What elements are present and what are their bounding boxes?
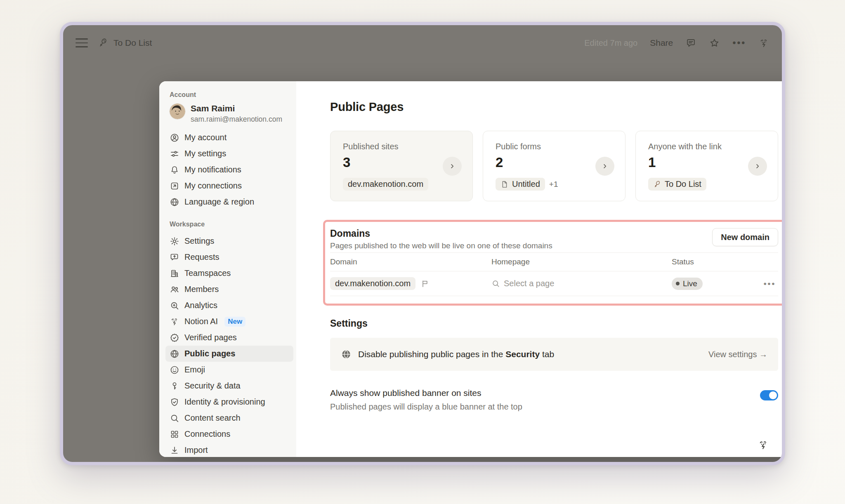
sidebar-item-requests[interactable]: Requests [165,249,293,265]
gear-icon [170,236,179,246]
globe-icon [170,197,179,207]
sidebar-item-identity-provisioning[interactable]: Identity & provisioning [165,394,293,410]
sidebar-item-emoji[interactable]: Emoji [165,362,293,378]
bell-icon [170,165,179,175]
security-info-banner: Disable publishing public pages in the S… [330,338,778,371]
chevron-right-icon[interactable] [748,157,767,176]
domains-section-highlighted: Domains Pages published to the web will … [323,220,785,306]
sidebar-item-security-data[interactable]: Security & data [165,378,293,394]
sidebar-item-content-search[interactable]: Content search [165,410,293,426]
hamburger-menu-icon[interactable] [76,38,88,47]
status-badge-live: Live [672,278,703,290]
sidebar-item-connections[interactable]: Connections [165,426,293,442]
chevron-right-icon[interactable] [443,157,462,176]
public-forms-count: 2 [496,155,613,170]
domains-subtitle: Pages published to the web will be live … [330,241,552,250]
magnifier-plus-icon [170,301,179,311]
globe-filled-icon [341,349,352,360]
sidebar-item-analytics[interactable]: Analytics [165,297,293,313]
more-forms-count: +1 [549,180,558,189]
badge-check-icon [170,333,179,343]
star-icon[interactable] [709,38,720,49]
breadcrumb[interactable]: To Do List [98,38,152,48]
download-arrow-icon [170,445,179,455]
user-name: Sam Raimi [191,104,282,113]
sidebar-item-teamspaces[interactable]: Teamspaces [165,265,293,281]
row-more-options-icon[interactable]: ••• [763,279,778,289]
grid-icon [170,429,179,439]
banner-text: Disable publishing public pages in the S… [358,349,554,359]
edited-timestamp: Edited 7m ago [584,38,637,48]
more-options-icon[interactable]: ••• [732,37,746,49]
racket-icon [98,38,109,48]
anyone-with-link-count: 1 [648,155,765,170]
public-forms-card[interactable]: Public forms 2 Untitled +1 [483,131,625,201]
user-email: sam.raimi@makenotion.com [191,115,282,124]
sidebar-item-my-notifications[interactable]: My notifications [165,162,293,178]
bubble-arrow-up-icon [170,252,179,262]
sidebar-item-my-settings[interactable]: My settings [165,146,293,162]
notion-ai-floating-button[interactable] [753,435,774,455]
column-status: Status [672,257,778,266]
settings-modal: Account Sam Raimi sam.raimi@makenotion.c… [159,81,785,457]
person-circle-icon [170,133,179,143]
sidebar-item-members[interactable]: Members [165,281,293,297]
sidebar-item-my-account[interactable]: My account [165,130,293,146]
sidebar-item-public-pages[interactable]: Public pages [165,346,293,362]
flag-icon[interactable] [420,279,430,288]
share-button[interactable]: Share [650,38,673,48]
page-chip[interactable]: To Do List [648,178,706,191]
sidebar-item-verified-pages[interactable]: Verified pages [165,330,293,346]
published-banner-toggle[interactable] [760,390,778,400]
anyone-with-link-card[interactable]: Anyone with the link 1 To Do List [635,131,778,201]
notion-ai-icon[interactable] [758,38,769,49]
key-icon [170,381,179,391]
app-topbar: To Do List Edited 7m ago Share ••• [63,25,782,61]
published-sites-card[interactable]: Published sites 3 dev.makenotion.com [330,131,473,201]
racket-icon [653,180,661,188]
sidebar-item-notion-ai[interactable]: Notion AI New [165,313,293,330]
domains-table-header: Domain Homepage Status [330,253,778,271]
published-sites-count: 3 [343,155,460,170]
domain-name-pill[interactable]: dev.makenotion.com [330,277,415,290]
notion-ai-icon [758,439,769,451]
people-icon [170,285,179,294]
page-icon [500,180,509,188]
column-homepage: Homepage [491,257,672,266]
select-a-page-field[interactable]: Select a page [491,279,554,288]
chevron-right-icon[interactable] [595,157,614,176]
comments-icon[interactable] [685,38,696,49]
workspace-section-label: Workspace [165,221,293,228]
page-title: To Do List [113,38,152,48]
view-settings-link[interactable]: View settings → [708,350,767,359]
form-chip[interactable]: Untitled [496,178,545,191]
sidebar-item-import[interactable]: Import [165,442,293,457]
settings-subsection-title: Settings [330,317,778,330]
toggle-setting-title: Always show published banner on sites [330,388,522,398]
smiley-icon [170,365,179,375]
toggle-setting-subtitle: Published pages will display a blue bann… [330,402,522,412]
column-domain: Domain [330,257,491,266]
published-banner-setting-row: Always show published banner on sites Pu… [330,388,778,412]
live-dot-icon [676,282,680,285]
domain-table-row: dev.makenotion.com Select a page [330,271,778,296]
sliders-icon [170,149,179,159]
arrow-up-right-box-icon [170,181,179,191]
new-domain-button[interactable]: New domain [712,228,778,246]
ai-face-icon [170,317,179,327]
sidebar-item-my-connections[interactable]: My connections [165,178,293,194]
stats-cards: Published sites 3 dev.makenotion.com Pub… [330,131,778,201]
new-badge: New [224,317,245,327]
magnifier-icon [170,413,179,423]
settings-main-panel: Public Pages Published sites 3 dev.maken… [296,81,785,457]
globe-icon [170,349,179,359]
shield-check-icon [170,397,179,407]
search-icon [491,279,500,288]
sidebar-item-language-region[interactable]: Language & region [165,194,293,210]
user-profile[interactable]: Sam Raimi sam.raimi@makenotion.com [165,104,293,124]
account-section-label: Account [165,91,293,99]
settings-sidebar: Account Sam Raimi sam.raimi@makenotion.c… [159,81,296,457]
avatar [170,104,185,119]
sidebar-item-settings[interactable]: Settings [165,233,293,249]
site-chip[interactable]: dev.makenotion.com [343,178,428,191]
